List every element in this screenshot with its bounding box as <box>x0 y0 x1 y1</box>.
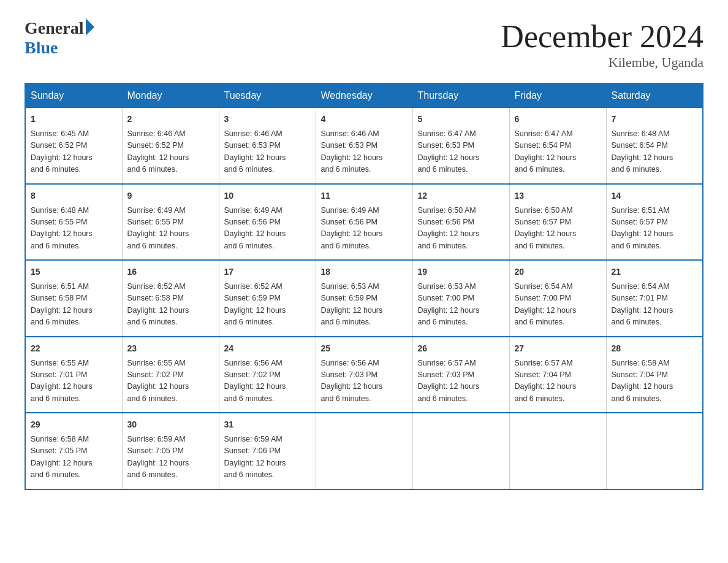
day-info: Sunrise: 6:51 AMSunset: 6:58 PMDaylight:… <box>31 282 93 326</box>
day-info: Sunrise: 6:49 AMSunset: 6:56 PMDaylight:… <box>321 206 383 250</box>
day-info: Sunrise: 6:59 AMSunset: 7:05 PMDaylight:… <box>127 435 189 479</box>
day-number: 29 <box>31 418 117 431</box>
calendar-cell: 4 Sunrise: 6:46 AMSunset: 6:53 PMDayligh… <box>316 108 412 184</box>
calendar-cell: 6 Sunrise: 6:47 AMSunset: 6:54 PMDayligh… <box>509 108 606 184</box>
day-info: Sunrise: 6:58 AMSunset: 7:04 PMDaylight:… <box>612 359 673 403</box>
month-title: December 2024 <box>501 18 703 55</box>
column-header-sunday: Sunday <box>25 83 122 108</box>
day-number: 22 <box>31 342 117 355</box>
day-info: Sunrise: 6:49 AMSunset: 6:56 PMDaylight:… <box>224 206 286 250</box>
day-info: Sunrise: 6:57 AMSunset: 7:04 PMDaylight:… <box>515 359 577 403</box>
day-number: 13 <box>515 190 601 202</box>
day-number: 9 <box>127 190 214 202</box>
day-info: Sunrise: 6:54 AMSunset: 7:01 PMDaylight:… <box>612 282 673 326</box>
day-info: Sunrise: 6:52 AMSunset: 6:58 PMDaylight:… <box>127 282 189 326</box>
calendar-cell: 14 Sunrise: 6:51 AMSunset: 6:57 PMDaylig… <box>606 184 703 261</box>
day-info: Sunrise: 6:51 AMSunset: 6:57 PMDaylight:… <box>612 206 673 250</box>
day-number: 24 <box>224 342 311 355</box>
calendar-cell: 3 Sunrise: 6:46 AMSunset: 6:53 PMDayligh… <box>219 108 316 184</box>
day-number: 10 <box>224 190 311 202</box>
day-number: 21 <box>612 266 698 278</box>
column-header-friday: Friday <box>509 83 606 108</box>
calendar-cell: 13 Sunrise: 6:50 AMSunset: 6:57 PMDaylig… <box>509 184 606 261</box>
day-info: Sunrise: 6:56 AMSunset: 7:02 PMDaylight:… <box>224 359 286 403</box>
calendar-cell: 30 Sunrise: 6:59 AMSunset: 7:05 PMDaylig… <box>122 413 219 489</box>
day-number: 31 <box>224 418 311 431</box>
calendar-cell: 28 Sunrise: 6:58 AMSunset: 7:04 PMDaylig… <box>606 337 703 413</box>
calendar-cell: 8 Sunrise: 6:48 AMSunset: 6:55 PMDayligh… <box>25 184 122 261</box>
day-info: Sunrise: 6:52 AMSunset: 6:59 PMDaylight:… <box>224 282 286 326</box>
calendar-cell: 23 Sunrise: 6:55 AMSunset: 7:02 PMDaylig… <box>122 337 219 413</box>
logo-triangle-icon <box>86 18 94 36</box>
day-number: 18 <box>321 266 408 278</box>
calendar-cell: 24 Sunrise: 6:56 AMSunset: 7:02 PMDaylig… <box>219 337 316 413</box>
day-number: 7 <box>612 113 698 126</box>
day-info: Sunrise: 6:57 AMSunset: 7:03 PMDaylight:… <box>418 359 480 403</box>
calendar-week-row: 8 Sunrise: 6:48 AMSunset: 6:55 PMDayligh… <box>25 184 703 261</box>
calendar-cell: 20 Sunrise: 6:54 AMSunset: 7:00 PMDaylig… <box>509 260 606 337</box>
calendar-cell: 9 Sunrise: 6:49 AMSunset: 6:55 PMDayligh… <box>122 184 219 261</box>
logo: General Blue <box>25 18 94 58</box>
calendar-cell: 31 Sunrise: 6:59 AMSunset: 7:06 PMDaylig… <box>219 413 316 489</box>
day-info: Sunrise: 6:46 AMSunset: 6:53 PMDaylight:… <box>321 129 383 174</box>
calendar-cell: 12 Sunrise: 6:50 AMSunset: 6:56 PMDaylig… <box>412 184 509 261</box>
day-info: Sunrise: 6:59 AMSunset: 7:06 PMDaylight:… <box>224 435 286 479</box>
calendar-cell <box>316 413 412 489</box>
calendar-cell: 19 Sunrise: 6:53 AMSunset: 7:00 PMDaylig… <box>412 260 509 337</box>
day-number: 19 <box>418 266 504 278</box>
column-header-wednesday: Wednesday <box>316 83 412 108</box>
day-number: 14 <box>612 190 698 202</box>
day-info: Sunrise: 6:48 AMSunset: 6:54 PMDaylight:… <box>612 129 673 174</box>
calendar-header-row: SundayMondayTuesdayWednesdayThursdayFrid… <box>25 83 703 108</box>
day-number: 17 <box>224 266 311 278</box>
calendar-cell: 27 Sunrise: 6:57 AMSunset: 7:04 PMDaylig… <box>509 337 606 413</box>
day-info: Sunrise: 6:58 AMSunset: 7:05 PMDaylight:… <box>31 435 93 479</box>
day-number: 28 <box>612 342 698 355</box>
title-section: December 2024 Kilembe, Uganda <box>501 18 703 71</box>
day-number: 2 <box>127 113 214 126</box>
calendar-cell <box>412 413 509 489</box>
calendar-week-row: 22 Sunrise: 6:55 AMSunset: 7:01 PMDaylig… <box>25 337 703 413</box>
day-number: 26 <box>418 342 504 355</box>
day-number: 4 <box>321 113 408 126</box>
day-info: Sunrise: 6:46 AMSunset: 6:52 PMDaylight:… <box>127 129 189 174</box>
calendar-table: SundayMondayTuesdayWednesdayThursdayFrid… <box>25 83 703 490</box>
day-number: 11 <box>321 190 408 202</box>
calendar-cell: 5 Sunrise: 6:47 AMSunset: 6:53 PMDayligh… <box>412 108 509 184</box>
calendar-cell: 1 Sunrise: 6:45 AMSunset: 6:52 PMDayligh… <box>25 108 122 184</box>
day-info: Sunrise: 6:47 AMSunset: 6:53 PMDaylight:… <box>418 129 480 174</box>
day-info: Sunrise: 6:53 AMSunset: 6:59 PMDaylight:… <box>321 282 383 326</box>
column-header-monday: Monday <box>122 83 219 108</box>
calendar-cell: 29 Sunrise: 6:58 AMSunset: 7:05 PMDaylig… <box>25 413 122 489</box>
calendar-cell <box>606 413 703 489</box>
calendar-cell: 15 Sunrise: 6:51 AMSunset: 6:58 PMDaylig… <box>25 260 122 337</box>
day-number: 15 <box>31 266 117 278</box>
day-info: Sunrise: 6:46 AMSunset: 6:53 PMDaylight:… <box>224 129 286 174</box>
calendar-week-row: 29 Sunrise: 6:58 AMSunset: 7:05 PMDaylig… <box>25 413 703 489</box>
day-info: Sunrise: 6:50 AMSunset: 6:56 PMDaylight:… <box>418 206 480 250</box>
calendar-cell: 16 Sunrise: 6:52 AMSunset: 6:58 PMDaylig… <box>122 260 219 337</box>
day-info: Sunrise: 6:53 AMSunset: 7:00 PMDaylight:… <box>418 282 480 326</box>
calendar-cell: 7 Sunrise: 6:48 AMSunset: 6:54 PMDayligh… <box>606 108 703 184</box>
day-number: 20 <box>515 266 601 278</box>
calendar-cell: 25 Sunrise: 6:56 AMSunset: 7:03 PMDaylig… <box>316 337 412 413</box>
day-number: 27 <box>515 342 601 355</box>
day-info: Sunrise: 6:54 AMSunset: 7:00 PMDaylight:… <box>515 282 577 326</box>
calendar-cell: 17 Sunrise: 6:52 AMSunset: 6:59 PMDaylig… <box>219 260 316 337</box>
calendar-week-row: 15 Sunrise: 6:51 AMSunset: 6:58 PMDaylig… <box>25 260 703 337</box>
calendar-cell: 22 Sunrise: 6:55 AMSunset: 7:01 PMDaylig… <box>25 337 122 413</box>
day-info: Sunrise: 6:56 AMSunset: 7:03 PMDaylight:… <box>321 359 383 403</box>
page-header: General Blue December 2024 Kilembe, Ugan… <box>25 18 703 71</box>
day-number: 8 <box>31 190 117 202</box>
day-number: 6 <box>515 113 601 126</box>
day-number: 23 <box>127 342 214 355</box>
day-number: 12 <box>418 190 504 202</box>
day-number: 16 <box>127 266 214 278</box>
day-number: 5 <box>418 113 504 126</box>
day-info: Sunrise: 6:47 AMSunset: 6:54 PMDaylight:… <box>515 129 577 174</box>
day-number: 1 <box>31 113 117 126</box>
day-info: Sunrise: 6:55 AMSunset: 7:01 PMDaylight:… <box>31 359 93 403</box>
column-header-tuesday: Tuesday <box>219 83 316 108</box>
day-number: 3 <box>224 113 311 126</box>
logo-text-blue: Blue <box>25 38 58 57</box>
